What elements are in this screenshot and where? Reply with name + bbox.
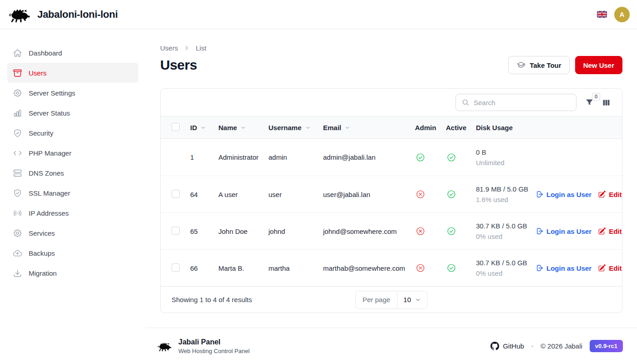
per-page-select[interactable]: 10: [397, 291, 427, 308]
sidebar-item-dashboard[interactable]: Dashboard: [7, 43, 138, 63]
shield-check-icon: [13, 188, 22, 198]
footer-tagline: Web Hosting Control Panel: [178, 348, 250, 354]
page-footer: Jabali Panel Web Hosting Control Panel G…: [146, 328, 637, 364]
row-checkbox[interactable]: [172, 227, 180, 235]
column-header-id[interactable]: ID: [190, 124, 218, 131]
sidebar-item-services[interactable]: Services: [7, 223, 138, 243]
avatar-letter: A: [620, 10, 625, 18]
breadcrumb-item-users[interactable]: Users: [160, 44, 178, 52]
edit-icon: [598, 264, 606, 272]
table-header-row: ID Name Username Email: [161, 116, 622, 139]
column-header-email[interactable]: Email: [323, 124, 415, 131]
language-flag-button[interactable]: [597, 11, 607, 18]
chevron-down-icon: [344, 125, 350, 131]
breadcrumb-item-list[interactable]: List: [196, 44, 206, 52]
login-icon: [536, 264, 544, 272]
search-input[interactable]: [474, 99, 571, 106]
edit-link[interactable]: Edit: [598, 190, 622, 198]
footer-brand: Jabali Panel: [178, 338, 250, 346]
sidebar-item-security[interactable]: Security: [7, 123, 138, 143]
sidebar-item-label: Server Status: [29, 109, 70, 117]
cell-disk-usage: 81.9 MB / 5.0 GB 1.6% used: [476, 185, 536, 203]
github-icon: [490, 342, 499, 350]
edit-link[interactable]: Edit: [598, 264, 622, 272]
cell-username: martha: [268, 264, 323, 272]
new-user-button[interactable]: New User: [575, 56, 622, 74]
sidebar-item-php-manager[interactable]: PHP Manager: [7, 143, 138, 163]
table-row: 64 A user user user@jabali.lan 81.9 MB /…: [161, 176, 622, 212]
table-row: 65 John Doe johnd johnd@somewhere.com 30…: [161, 212, 622, 249]
select-all-checkbox[interactable]: [172, 123, 180, 131]
gear-icon: [13, 88, 22, 98]
columns-button[interactable]: [602, 98, 611, 107]
sidebar-item-server-status[interactable]: Server Status: [7, 103, 138, 123]
sidebar: Dashboard Users Server Settings Server S…: [0, 29, 146, 364]
active-yes-icon: [446, 152, 456, 162]
avatar[interactable]: A: [614, 7, 630, 22]
cell-disk-usage: 30.7 KB / 5.0 GB 0% used: [476, 259, 536, 277]
active-yes-icon: [446, 263, 456, 273]
sidebar-item-label: Services: [29, 229, 55, 237]
archive-box-icon: [13, 68, 22, 78]
brand[interactable]: Jabaloni-loni-loni: [7, 6, 118, 23]
cell-email: marthab@somewhere.com: [323, 264, 415, 272]
sidebar-item-ssl-manager[interactable]: SSL Manager: [7, 183, 138, 203]
chevron-down-icon: [240, 125, 246, 131]
cell-email: user@jabali.lan: [323, 191, 415, 198]
sidebar-item-users[interactable]: Users: [7, 63, 138, 83]
edit-link[interactable]: Edit: [598, 227, 622, 235]
cell-username: johnd: [268, 228, 323, 235]
login-as-user-link[interactable]: Login as User: [536, 190, 592, 198]
row-checkbox[interactable]: [172, 190, 180, 198]
per-page-control: Per page 10: [355, 291, 428, 309]
column-header-username[interactable]: Username: [268, 124, 323, 131]
graduation-cap-icon: [516, 61, 526, 70]
column-header-name[interactable]: Name: [218, 124, 268, 131]
app: Jabaloni-loni-loni A Dashboard Users: [0, 0, 637, 364]
sidebar-item-backups[interactable]: Backups: [7, 243, 138, 263]
chevron-down-icon: [305, 125, 311, 131]
cell-name: John Doe: [218, 228, 268, 235]
table-row: 1 Administrator admin admin@jabali.lan 0…: [161, 139, 622, 176]
edit-icon: [598, 190, 606, 198]
boar-logo-icon: [157, 340, 172, 352]
login-as-user-link[interactable]: Login as User: [536, 264, 592, 272]
login-icon: [536, 190, 544, 198]
sidebar-item-migration[interactable]: Migration: [7, 263, 138, 283]
chevron-down-icon: [415, 297, 421, 303]
bar-chart-icon: [13, 108, 22, 118]
sidebar-nav: Dashboard Users Server Settings Server S…: [0, 43, 146, 283]
github-link[interactable]: GitHub: [490, 342, 524, 350]
take-tour-button[interactable]: Take Tour: [508, 56, 569, 74]
cell-id: 66: [190, 264, 218, 272]
column-header-admin: Admin: [415, 124, 446, 131]
admin-no-icon: [415, 226, 425, 236]
column-header-disk-usage: Disk Usage: [476, 124, 536, 131]
cell-id: 65: [190, 228, 218, 235]
sidebar-item-label: Server Settings: [29, 89, 76, 97]
filter-button[interactable]: 0: [585, 98, 594, 107]
cell-name: Marta B.: [218, 264, 268, 272]
row-checkbox[interactable]: [172, 263, 180, 272]
cell-email: johnd@somewhere.com: [323, 228, 415, 235]
sidebar-item-label: Security: [29, 129, 53, 137]
sidebar-item-ip-addresses[interactable]: IP Addresses: [7, 203, 138, 223]
sidebar-item-server-settings[interactable]: Server Settings: [7, 83, 138, 103]
page-title: Users: [160, 57, 197, 73]
sidebar-item-label: PHP Manager: [29, 149, 71, 157]
chevron-right-icon: [183, 45, 190, 51]
admin-no-icon: [415, 189, 425, 199]
uk-flag-icon: [597, 11, 607, 18]
top-header: Jabaloni-loni-loni A: [0, 0, 637, 29]
separator-dot: [531, 345, 533, 347]
login-as-user-link[interactable]: Login as User: [536, 227, 592, 235]
sidebar-item-label: Dashboard: [29, 49, 62, 57]
sidebar-item-dns-zones[interactable]: DNS Zones: [7, 163, 138, 183]
shield-check-icon: [13, 128, 22, 138]
cell-id: 64: [190, 191, 218, 198]
brand-title: Jabaloni-loni-loni: [37, 9, 118, 20]
cell-name: A user: [218, 191, 268, 198]
cell-disk-usage: 0 B Unlimited: [476, 148, 536, 167]
copyright: © 2026 Jabali: [541, 342, 582, 350]
active-yes-icon: [446, 226, 456, 236]
